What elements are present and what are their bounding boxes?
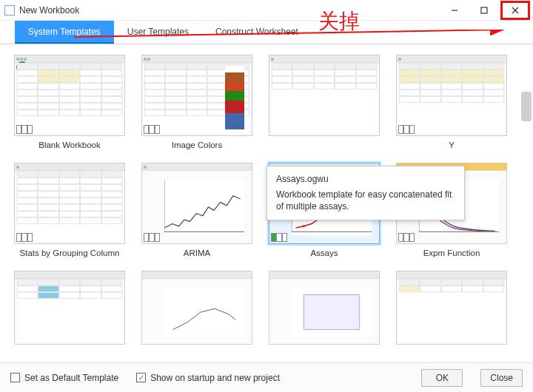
template-hidden-2[interactable]: Y (392, 55, 511, 149)
template-label: ARIMA (184, 249, 210, 257)
checkbox-label: Show on startup and new project (150, 373, 280, 383)
titlebar: New Workbook (0, 0, 533, 21)
tab-bar: System Templates User Templates Construc… (0, 21, 533, 44)
minimize-button[interactable] (440, 1, 469, 20)
template-hidden-1[interactable] (265, 55, 383, 149)
tab-user-templates[interactable]: User Templates (114, 21, 202, 44)
template-label: Image Colors (172, 141, 222, 149)
template-partial-4[interactable] (392, 271, 511, 345)
tab-system-templates[interactable]: System Templates (15, 21, 114, 44)
template-label: Stats by Grouping Column (20, 249, 120, 257)
template-partial-2[interactable] (138, 271, 256, 345)
close-button[interactable] (500, 1, 530, 20)
maximize-button[interactable] (469, 1, 499, 20)
footer: Set as Default Template ✓ Show on startu… (0, 362, 533, 392)
template-image-colors[interactable]: Image Colors (138, 55, 256, 149)
tab-construct-worksheet[interactable]: Construct Worksheet (202, 21, 312, 44)
template-arima[interactable]: ARIMA (138, 163, 256, 257)
checkbox-show-startup[interactable]: ✓ Show on startup and new project (136, 373, 280, 383)
svg-rect-1 (481, 7, 487, 13)
checkbox-icon: ✓ (136, 373, 146, 382)
svg-point-7 (303, 225, 305, 227)
scrollbar-thumb[interactable] (521, 92, 532, 121)
template-label: Blank Workbook (38, 141, 101, 149)
app-icon (4, 5, 15, 16)
window-title: New Workbook (19, 5, 440, 16)
svg-rect-15 (304, 294, 359, 329)
template-partial-3[interactable] (265, 271, 383, 345)
template-stats-grouping[interactable]: Stats by Grouping Column (10, 163, 129, 257)
template-grid-area: Blank Workbook Image Colors (0, 44, 533, 362)
checkbox-default-template[interactable]: Set as Default Template (10, 373, 118, 383)
template-label: Expm Function (423, 249, 480, 257)
ok-button[interactable]: OK (421, 369, 463, 387)
template-label: Assays (310, 249, 338, 257)
tooltip-body: Workbook template for easy concatenated … (276, 189, 455, 212)
template-label: Y (449, 141, 455, 149)
close-button-footer[interactable]: Close (480, 369, 523, 387)
tooltip: Assays.ogwu Workbook template for easy c… (266, 166, 465, 220)
tooltip-title: Assays.ogwu (276, 174, 455, 184)
checkbox-label: Set as Default Template (24, 373, 118, 383)
checkbox-icon (10, 373, 20, 382)
template-partial-1[interactable] (10, 271, 129, 345)
template-blank-workbook[interactable]: Blank Workbook (10, 55, 129, 149)
